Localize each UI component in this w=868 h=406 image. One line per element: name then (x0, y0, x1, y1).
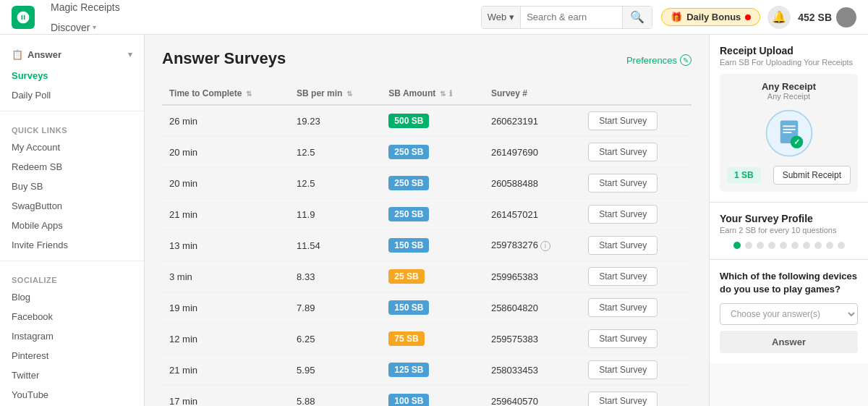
sidebar-item-redeem-sb[interactable]: Redeem SB (0, 157, 144, 177)
start-survey-button[interactable]: Start Survey (588, 174, 658, 193)
survey-info-icon[interactable]: i (540, 241, 550, 251)
table-row: 13 min 11.54 150 SB 259783276i Start Sur… (162, 230, 692, 261)
survey-id: 259575383 (484, 323, 581, 355)
nav-item-magic-receipts[interactable]: Magic Receipts (43, 0, 127, 17)
survey-time: 20 min (162, 168, 289, 199)
survey-sb-amount: 250 SB (381, 199, 484, 230)
preferences-icon: ✎ (680, 54, 692, 66)
survey-time: 20 min (162, 137, 289, 168)
start-survey-button[interactable]: Start Survey (588, 205, 658, 224)
survey-sb-per-min: 8.33 (289, 261, 381, 292)
sidebar-item-swagbutton[interactable]: SwagButton (0, 196, 144, 216)
sidebar-item-instagram[interactable]: Instagram (0, 326, 144, 346)
main-content: Answer Surveys Preferences ✎ Time to Com… (145, 35, 709, 406)
survey-id: 261497690 (484, 137, 581, 168)
survey-sb-amount: 250 SB (381, 137, 484, 168)
survey-time: 13 min (162, 230, 289, 261)
survey-sb-per-min: 12.5 (289, 137, 381, 168)
survey-time: 21 min (162, 355, 289, 386)
start-survey-button[interactable]: Start Survey (588, 111, 658, 130)
sb-amount-badge: 500 SB (388, 114, 429, 128)
prefs-label: Preferences (626, 55, 677, 66)
survey-sb-per-min: 11.9 (289, 199, 381, 230)
sidebar-item-mobile-apps[interactable]: Mobile Apps (0, 216, 144, 235)
sb-balance[interactable]: 452 SB (798, 7, 856, 28)
search-input[interactable] (521, 12, 622, 22)
search-button[interactable]: 🔍 (622, 7, 652, 28)
sidebar-item-twitter[interactable]: Twitter (0, 365, 144, 385)
daily-bonus-dot (745, 14, 751, 20)
sb-amount-badge: 250 SB (388, 145, 429, 159)
logo[interactable] (12, 6, 35, 29)
start-survey-button[interactable]: Start Survey (588, 392, 658, 406)
sidebar-item-my-account[interactable]: My Account (0, 138, 144, 157)
sidebar-socialize-label: Socialize (0, 267, 144, 287)
table-row: 17 min 5.88 100 SB 259640570 Start Surve… (162, 386, 692, 407)
sidebar-item-youtube[interactable]: YouTube (0, 385, 144, 405)
sort-sbpermin-icon[interactable]: ⇅ (346, 90, 352, 98)
any-receipt-label: Any Receipt (727, 81, 851, 92)
sidebar-item-pinterest[interactable]: Pinterest (0, 346, 144, 365)
search-type-selector[interactable]: Web ▾ (482, 7, 522, 28)
survey-sb-per-min: 11.54 (289, 230, 381, 261)
progress-dot-2 (757, 242, 764, 249)
surveys-table: Time to Complete ⇅ SB per min ⇅ SB Amoun… (162, 83, 692, 406)
survey-action: Start Survey (581, 168, 692, 199)
sidebar-answer-toggle[interactable]: 📋Answer ▾ (0, 43, 144, 66)
social-links: BlogFacebookInstagramPinterestTwitterYou… (0, 287, 144, 405)
sidebar-item-invite-friends[interactable]: Invite Friends (0, 235, 144, 255)
submit-receipt-button[interactable]: Submit Receipt (773, 166, 851, 185)
question-text: Which of the following devices do you us… (720, 270, 858, 296)
survey-time: 17 min (162, 386, 289, 407)
svg-text:✓: ✓ (793, 138, 800, 146)
start-survey-button[interactable]: Start Survey (588, 236, 658, 255)
survey-action: Start Survey (581, 230, 692, 261)
start-survey-button[interactable]: Start Survey (588, 360, 658, 379)
start-survey-button[interactable]: Start Survey (588, 329, 658, 348)
survey-time: 21 min (162, 199, 289, 230)
sidebar-item-surveys[interactable]: Surveys (0, 66, 144, 85)
sidebar-divider-2 (0, 261, 144, 261)
start-survey-button[interactable]: Start Survey (588, 298, 658, 317)
table-row: 21 min 11.9 250 SB 261457021 Start Surve… (162, 199, 692, 230)
page-layout: 📋Answer ▾ Surveys Daily Poll Quick Links… (0, 35, 868, 406)
sb-amount-badge: 250 SB (388, 207, 429, 221)
survey-id: 259965383 (484, 261, 581, 292)
survey-sb-per-min: 6.25 (289, 323, 381, 355)
preferences-link[interactable]: Preferences ✎ (626, 54, 692, 66)
sidebar-item-buy-sb[interactable]: Buy SB (0, 177, 144, 196)
answer-button[interactable]: Answer (720, 331, 858, 353)
progress-dot-3 (768, 242, 775, 249)
any-receipt-box: Any Receipt Any Receipt ✓ 1 SB (720, 74, 858, 192)
table-header-row: Time to Complete ⇅ SB per min ⇅ SB Amoun… (162, 83, 692, 105)
start-survey-button[interactable]: Start Survey (588, 267, 658, 286)
progress-dots (720, 242, 858, 249)
survey-id: 258033453 (484, 355, 581, 386)
svg-rect-5 (783, 132, 791, 133)
receipt-actions: 1 SB Submit Receipt (727, 166, 851, 185)
daily-bonus-button[interactable]: 🎁 Daily Bonus (661, 8, 760, 26)
start-survey-button[interactable]: Start Survey (588, 143, 658, 161)
sb-chip: 1 SB (727, 167, 761, 183)
sidebar-item-blog[interactable]: Blog (0, 287, 144, 307)
table-row: 12 min 6.25 75 SB 259575383 Start Survey (162, 323, 692, 355)
sort-time-icon[interactable]: ⇅ (246, 90, 252, 98)
receipt-upload-title: Receipt Upload (720, 45, 858, 56)
sidebar-item-facebook[interactable]: Facebook (0, 307, 144, 326)
progress-dot-6 (803, 242, 810, 249)
sidebar-quick-links-label: Quick Links (0, 117, 144, 138)
search-type-chevron: ▾ (509, 12, 514, 22)
sidebar-section-label: 📋Answer (12, 49, 61, 60)
notifications-button[interactable]: 🔔 (767, 6, 791, 29)
sb-amount-badge: 75 SB (388, 331, 424, 346)
progress-dot-8 (826, 242, 833, 249)
any-receipt-sublabel: Any Receipt (727, 92, 851, 101)
survey-action: Start Survey (581, 137, 692, 168)
sb-amount-info-icon[interactable]: ℹ (449, 89, 452, 98)
survey-id: 259640570 (484, 386, 581, 407)
survey-action: Start Survey (581, 355, 692, 386)
user-avatar[interactable] (836, 7, 856, 28)
sidebar-item-daily-poll[interactable]: Daily Poll (0, 85, 144, 105)
sort-sbamount-icon[interactable]: ⇅ (440, 90, 446, 98)
answer-select[interactable]: Choose your answer(s) (720, 303, 858, 325)
